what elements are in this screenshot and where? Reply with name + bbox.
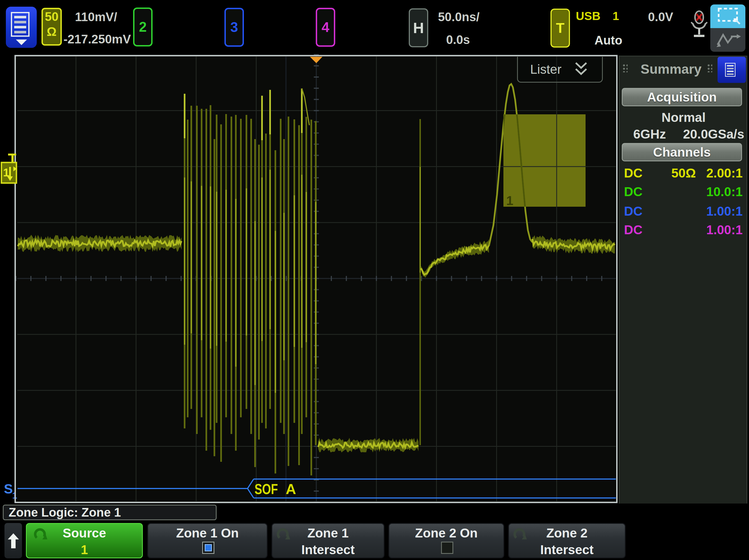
svg-text:S: S (4, 481, 13, 496)
svg-text:SOF: SOF (255, 481, 278, 497)
svg-text:A: A (286, 481, 296, 497)
svg-text:1: 1 (506, 193, 513, 208)
